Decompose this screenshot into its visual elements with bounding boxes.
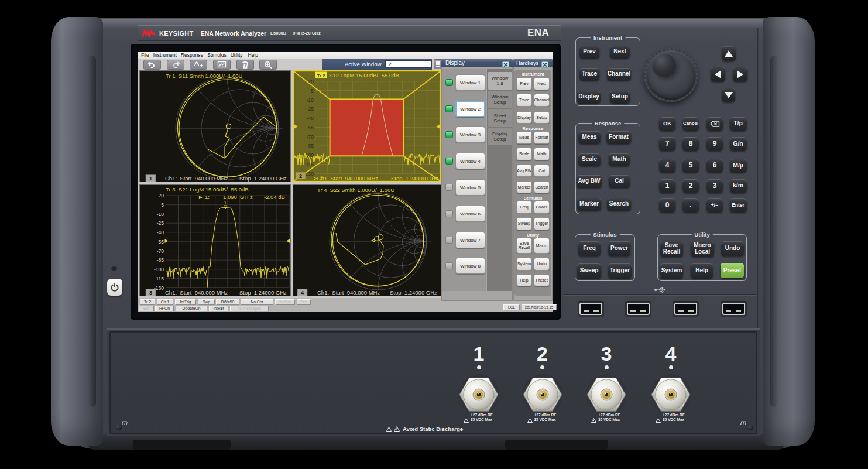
svg-text:-115: -115 xyxy=(155,276,164,282)
svg-text:5: 5 xyxy=(311,88,314,94)
svg-text:Ch1: Start 940.000 MHz: Ch1: Start 940.000 MHz xyxy=(165,289,228,296)
svg-text:Stop 1.24000 GHz: Stop 1.24000 GHz xyxy=(239,289,287,296)
svg-text:Tr 2: Tr 2 xyxy=(317,73,325,78)
svg-text:1.090 GH z: 1.090 GH z xyxy=(223,194,253,200)
svg-text:-2.04 dB: -2.04 dB xyxy=(264,194,285,200)
svg-text:-85: -85 xyxy=(157,257,164,263)
svg-text:-85: -85 xyxy=(307,143,314,149)
svg-text:Ch1: Start 940.000 MHz: Ch1: Start 940.000 MHz xyxy=(317,289,380,296)
svg-text:>Ch1 Start 940.000 MHz: >Ch1 Start 940.000 MHz xyxy=(314,175,378,182)
svg-text:-115: -115 xyxy=(304,162,314,167)
svg-text:Tr 1 S11 Smith 1.000U/ 1.00U: Tr 1 S11 Smith 1.000U/ 1.00U xyxy=(166,73,243,79)
svg-text:-55: -55 xyxy=(157,239,164,245)
svg-text:-10: -10 xyxy=(157,211,164,217)
svg-text:Tr 3 S21 LogM 15.00dB/ -55.0d: Tr 3 S21 LogM 15.00dB/ -55.0dB xyxy=(166,186,249,193)
svg-text:Stop 1.24000 GHz: Stop 1.24000 GHz xyxy=(391,175,438,182)
svg-text:► 1:: ► 1: xyxy=(198,194,210,200)
svg-text:-100: -100 xyxy=(154,266,164,272)
svg-text:-70: -70 xyxy=(157,248,164,254)
svg-text:3: 3 xyxy=(149,290,152,296)
svg-text:-40: -40 xyxy=(307,115,314,121)
svg-text:-70: -70 xyxy=(307,134,314,140)
svg-text:-25: -25 xyxy=(157,220,164,226)
svg-text:-25: -25 xyxy=(307,106,314,112)
svg-text:-55: -55 xyxy=(307,125,314,131)
svg-text:-10: -10 xyxy=(307,97,314,103)
svg-text:1: 1 xyxy=(224,199,227,206)
svg-text:-40: -40 xyxy=(157,230,164,235)
svg-text:20: 20 xyxy=(159,193,164,198)
svg-text:Stop 1.24000 GHz: Stop 1.24000 GHz xyxy=(390,289,437,296)
svg-text:4: 4 xyxy=(301,290,304,296)
svg-text:Ch1: Start 940.000 MHz: Ch1: Start 940.000 MHz xyxy=(165,175,228,182)
svg-text:2: 2 xyxy=(299,173,302,179)
svg-text:Tr 4 S22 Smith 1.000U/ 1.00U: Tr 4 S22 Smith 1.000U/ 1.00U xyxy=(317,187,394,193)
svg-text:5: 5 xyxy=(161,202,164,208)
svg-text:S12 LogM 15.00dB/ -55.0dB: S12 LogM 15.00dB/ -55.0dB xyxy=(329,72,399,78)
svg-text:Stop 1.24000 GHz: Stop 1.24000 GHz xyxy=(239,175,287,182)
svg-text:1: 1 xyxy=(149,176,152,182)
